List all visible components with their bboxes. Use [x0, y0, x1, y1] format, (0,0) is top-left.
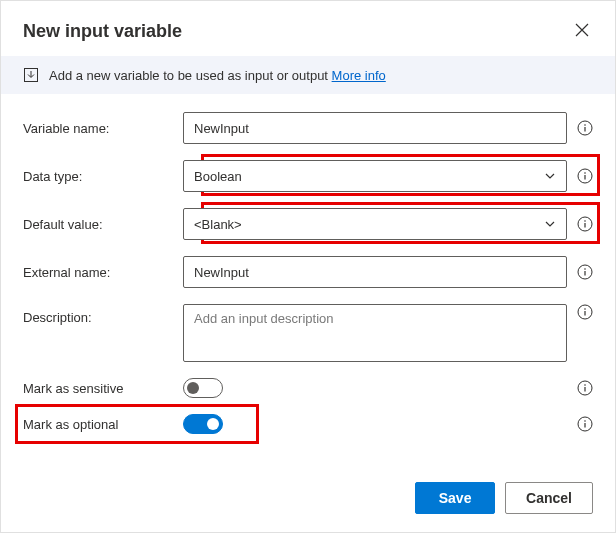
default-value-row: Default value: <Blank> — [23, 208, 593, 240]
chevron-down-icon — [544, 218, 556, 230]
data-type-label: Data type: — [23, 169, 183, 184]
close-icon — [575, 25, 589, 40]
variable-name-label: Variable name: — [23, 121, 183, 136]
chevron-down-icon — [544, 170, 556, 182]
variable-name-row: Variable name: — [23, 112, 593, 144]
svg-point-6 — [584, 220, 586, 222]
data-type-row: Data type: Boolean — [23, 160, 593, 192]
mark-sensitive-label: Mark as sensitive — [23, 381, 183, 396]
info-icon[interactable] — [577, 416, 593, 432]
info-icon[interactable] — [577, 168, 593, 184]
description-row: Description: — [23, 304, 593, 362]
svg-point-12 — [584, 384, 586, 386]
variable-name-input[interactable] — [183, 112, 567, 144]
close-button[interactable] — [571, 19, 593, 44]
data-type-select[interactable]: Boolean — [183, 160, 567, 192]
save-button[interactable]: Save — [415, 482, 495, 514]
info-icon[interactable] — [577, 304, 593, 320]
more-info-link[interactable]: More info — [332, 68, 386, 83]
mark-optional-toggle[interactable] — [183, 414, 223, 434]
svg-point-10 — [584, 308, 586, 310]
default-value-label: Default value: — [23, 217, 183, 232]
mark-sensitive-toggle[interactable] — [183, 378, 223, 398]
external-name-row: External name: — [23, 256, 593, 288]
info-icon[interactable] — [577, 380, 593, 396]
external-name-label: External name: — [23, 265, 183, 280]
dialog-title: New input variable — [23, 21, 182, 42]
svg-point-8 — [584, 268, 586, 270]
toggle-knob — [207, 418, 219, 430]
cancel-button[interactable]: Cancel — [505, 482, 593, 514]
default-value-value: <Blank> — [194, 217, 242, 232]
dialog-footer: Save Cancel — [1, 468, 615, 532]
new-input-variable-dialog: New input variable Add a new variable to… — [0, 0, 616, 533]
mark-optional-label: Mark as optional — [23, 417, 183, 432]
external-name-input[interactable] — [183, 256, 567, 288]
svg-point-14 — [584, 420, 586, 422]
dialog-header: New input variable — [1, 1, 615, 56]
info-icon[interactable] — [577, 264, 593, 280]
form-body: Variable name: Data type: Boolean — [1, 94, 615, 468]
toggle-knob — [187, 382, 199, 394]
mark-optional-row: Mark as optional — [23, 414, 593, 434]
svg-point-4 — [584, 172, 586, 174]
info-icon[interactable] — [577, 120, 593, 136]
data-type-value: Boolean — [194, 169, 242, 184]
info-icon[interactable] — [577, 216, 593, 232]
input-output-icon — [23, 67, 39, 83]
info-bar: Add a new variable to be used as input o… — [1, 56, 615, 94]
info-text: Add a new variable to be used as input o… — [49, 68, 386, 83]
description-label: Description: — [23, 304, 183, 325]
default-value-select[interactable]: <Blank> — [183, 208, 567, 240]
description-input[interactable] — [183, 304, 567, 362]
svg-point-2 — [584, 124, 586, 126]
mark-sensitive-row: Mark as sensitive — [23, 378, 593, 398]
